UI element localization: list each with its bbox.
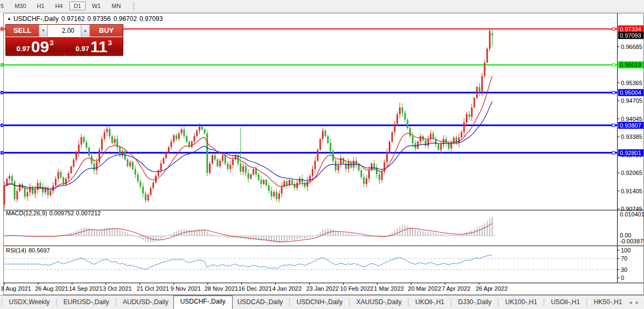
x-tick-label: 14 Sep 2021 [69, 285, 102, 292]
tab-dj30-daily[interactable]: DJ30-,Daily [453, 296, 496, 309]
buy-button[interactable]: BUY [90, 25, 123, 37]
macd-histogram-bar [258, 236, 259, 240]
axis-level-0.92801-marker[interactable] [612, 151, 615, 154]
macd-histogram-bar [127, 233, 128, 236]
timeframe-button-d1[interactable]: D1 [69, 2, 86, 10]
candle-body [62, 178, 64, 185]
macd-histogram-bar [99, 230, 100, 236]
tab-usdx-weekly[interactable]: USDX,Weekly [4, 296, 55, 309]
candle-body [294, 184, 296, 188]
tab-xauusd-daily[interactable]: XAUUSD-,Daily [352, 296, 407, 309]
tab-usdcnh-daily[interactable]: USDCNH-,Daily [292, 296, 347, 309]
macd-histogram-bar [479, 227, 480, 236]
macd-histogram-bar [96, 230, 97, 236]
buy-pips: 11 [90, 37, 108, 56]
axis-level-0.95004-marker[interactable] [612, 92, 615, 94]
macd-histogram-bar [261, 236, 262, 241]
tab-hk50-h1[interactable]: HK50-,H1 [589, 296, 627, 309]
candle-body [232, 159, 234, 165]
collapse-triangle-icon[interactable]: ▲ [7, 16, 11, 21]
macd-histogram-bar [86, 228, 87, 236]
candle-body [132, 162, 134, 169]
rsi-scale-label: 30 [621, 266, 627, 273]
macd-histogram-bar [456, 235, 457, 236]
candle-body [183, 129, 185, 136]
candle-body [206, 134, 208, 173]
tab-usoil-h1[interactable]: USOil-,H1 [546, 296, 585, 309]
axis-level-0.93807-marker[interactable] [612, 124, 615, 127]
macd-histogram-bar [400, 227, 401, 236]
tab-eurusd-daily[interactable]: EURUSD-,Daily [59, 296, 114, 309]
x-tick-label: 26 Apr 2022 [475, 285, 507, 292]
macd-histogram-bar [291, 236, 292, 240]
macd-histogram-bar [445, 234, 446, 236]
volume-input[interactable] [48, 25, 81, 37]
tab-scroll-right-icon[interactable]: ► [635, 300, 642, 305]
candle-body [93, 164, 95, 171]
macd-histogram-bar [274, 236, 275, 242]
timeframe-button-h1[interactable]: H1 [33, 2, 49, 10]
macd-histogram-bar [340, 232, 341, 236]
macd-histogram-bar [160, 236, 162, 239]
candle-body [258, 174, 260, 180]
tab-usdchf-daily[interactable]: USDCHF-,Daily [173, 296, 233, 309]
timeframe-button-5[interactable]: 5 [0, 2, 8, 10]
tab-usdcad-daily[interactable]: USDCAD-,Daily [233, 296, 288, 309]
tab-scroll-arrows[interactable]: ◄► [628, 300, 642, 305]
macd-histogram-bar [489, 219, 491, 236]
candle-body [181, 129, 183, 134]
tab-uk100-h1[interactable]: UK100-,H1 [500, 296, 542, 309]
x-tick-label: 3 Oct 2021 [103, 285, 132, 292]
candle-body [168, 147, 170, 152]
candle-body [261, 180, 262, 184]
tab-ukoil-h1[interactable]: UKOil-,H1 [410, 296, 449, 309]
sell-button[interactable]: SELL [6, 25, 39, 37]
candle-body [16, 191, 18, 199]
candle-body [407, 120, 408, 128]
macd-histogram-bar [361, 236, 362, 236]
macd-histogram-bar [214, 235, 215, 236]
x-tick-label: 20 Mar 2022 [408, 285, 442, 292]
chart-title: ▲USDCHF-,Daily0.971620.973560.967020.970… [7, 15, 163, 23]
candle-body [473, 98, 475, 108]
candle-body [242, 166, 244, 172]
macd-histogram-bar [312, 236, 313, 237]
macd-histogram-bar [297, 236, 298, 240]
volume-decrease-button[interactable]: ▼ [39, 25, 48, 37]
timeframe-button-m30[interactable]: M30 [10, 2, 30, 10]
macd-histogram-bar [458, 235, 459, 236]
tab-scroll-left-icon[interactable]: ◄ [628, 300, 635, 305]
sell-price-display[interactable]: 0.97 09 3 [6, 37, 64, 56]
candle-body [468, 114, 470, 117]
candle-body [106, 129, 108, 132]
macd-histogram-bar [227, 236, 228, 238]
volume-increase-button[interactable]: ▲ [81, 25, 90, 37]
macd-histogram-bar [302, 236, 303, 238]
candle-body [299, 179, 300, 183]
axis-level-0.97334-marker[interactable] [612, 27, 615, 30]
candle-body [248, 173, 249, 178]
candle-body [34, 189, 36, 194]
candle-body [302, 179, 303, 183]
macd-histogram-bar [120, 230, 121, 236]
candle-body [325, 131, 326, 136]
buy-price-display[interactable]: 0.97 11 3 [65, 37, 123, 56]
macd-histogram-bar [83, 228, 85, 236]
candle-body [255, 169, 257, 174]
timeframe-toolbar: 5M30H1H4D1W1MN [0, 0, 644, 12]
axis-level-0.96019-marker[interactable] [612, 64, 615, 66]
macd-histogram-bar [330, 229, 331, 236]
macd-histogram-bar [276, 236, 277, 243]
timeframe-button-mn[interactable]: MN [107, 2, 125, 10]
macd-histogram-bar [438, 234, 439, 236]
macd-histogram-bar [451, 235, 452, 236]
tab-audusd-daily[interactable]: AUDUSD-,Daily [118, 296, 173, 309]
timeframe-button-w1[interactable]: W1 [88, 2, 106, 10]
candle-body [55, 179, 57, 186]
y-tick-label: 0.94705 [621, 97, 642, 104]
axis-level-0.97334-label: 0.97334 [620, 26, 641, 32]
candle-body [286, 181, 288, 186]
timeframe-button-h4[interactable]: H4 [51, 2, 67, 10]
macd-histogram-bar [153, 236, 154, 242]
macd-histogram-bar [250, 236, 251, 240]
